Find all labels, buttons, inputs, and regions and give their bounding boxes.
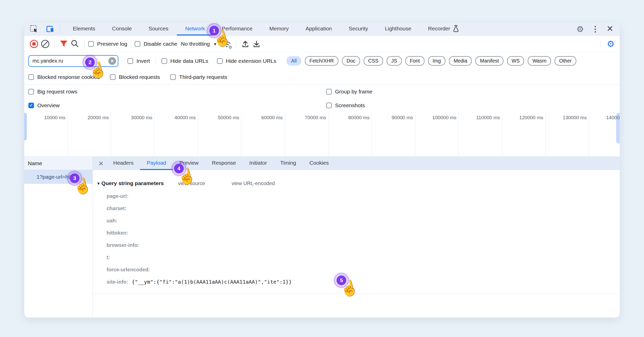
checkbox-box bbox=[128, 58, 133, 64]
disable-cache-checkbox[interactable]: Disable cache bbox=[135, 41, 177, 47]
detail-tab-payload[interactable]: Payload bbox=[140, 157, 173, 170]
import-har-icon[interactable] bbox=[240, 38, 251, 50]
preserve-log-checkbox[interactable]: Preserve log bbox=[88, 41, 127, 47]
pill-doc[interactable]: Doc bbox=[342, 56, 360, 66]
tab-memory[interactable]: Memory bbox=[261, 22, 297, 35]
param-row: browser-info: bbox=[93, 239, 620, 251]
param-name: force-urlencoded: bbox=[107, 267, 150, 273]
param-name: charset: bbox=[107, 206, 126, 211]
disable-cache-label: Disable cache bbox=[144, 41, 177, 47]
checkbox-box bbox=[28, 74, 34, 80]
param-value: {"__ym":{"fi":"a(1)b(AAA11aAA)c(AAA11aAA… bbox=[132, 279, 292, 285]
pill-manifest[interactable]: Manifest bbox=[475, 56, 503, 66]
throttling-select[interactable]: No throttling ▾ bbox=[181, 41, 216, 47]
detail-tab-cookies[interactable]: Cookies bbox=[303, 157, 336, 170]
record-network-log-icon[interactable] bbox=[28, 38, 40, 50]
pill-css[interactable]: CSS bbox=[364, 56, 383, 66]
checkbox-box bbox=[88, 41, 94, 47]
timeline-cell: 100000 ms bbox=[415, 112, 459, 157]
param-row: page-url: bbox=[93, 190, 620, 202]
blocked-requests-label: Blocked requests bbox=[119, 74, 160, 80]
timeline-cell: 30000 ms bbox=[111, 112, 155, 157]
pill-fetch-xhr[interactable]: Fetch/XHR bbox=[305, 56, 338, 66]
more-options-icon[interactable]: ⋮ bbox=[591, 25, 599, 33]
pill-js[interactable]: JS bbox=[387, 56, 402, 66]
hide-extension-urls-checkbox[interactable]: Hide extension URLs bbox=[217, 58, 276, 64]
tab-sources[interactable]: Sources bbox=[140, 22, 177, 35]
pill-wasm[interactable]: Wasm bbox=[528, 56, 551, 66]
view-url-encoded-link[interactable]: view URL-encoded bbox=[232, 180, 275, 186]
pill-font[interactable]: Font bbox=[405, 56, 424, 66]
tabbar-right-controls: ⚙ ⋮ × bbox=[570, 22, 620, 36]
hide-data-urls-checkbox[interactable]: Hide data URLs bbox=[162, 58, 208, 64]
timeline-cell: 70000 ms bbox=[285, 112, 328, 157]
pill-other[interactable]: Other bbox=[555, 56, 576, 66]
pill-ws[interactable]: WS bbox=[507, 56, 524, 66]
tab-recorder[interactable]: Recorder bbox=[420, 22, 468, 35]
toolbar-right: ⚙ bbox=[596, 40, 615, 48]
pill-all[interactable]: All bbox=[286, 56, 301, 66]
param-list: page-url: charset: uah: hittoken: browse… bbox=[93, 190, 620, 288]
timeline-cell: 120000 ms bbox=[502, 112, 546, 157]
blocked-response-cookies-checkbox[interactable]: Blocked response cookies bbox=[28, 74, 100, 80]
tab-lighthouse[interactable]: Lighthouse bbox=[376, 22, 420, 35]
param-name: uah: bbox=[107, 218, 117, 224]
triangle-down-icon[interactable]: ▼ bbox=[97, 181, 100, 186]
tab-console[interactable]: Console bbox=[104, 22, 140, 35]
overview-scroll-handle-left[interactable] bbox=[24, 113, 27, 140]
timeline-cell: 110000 ms bbox=[459, 112, 502, 157]
tab-application[interactable]: Application bbox=[297, 22, 340, 35]
panel-tabs: Elements Console Sources Network Perform… bbox=[64, 22, 468, 35]
blocked-requests-checkbox[interactable]: Blocked requests bbox=[110, 74, 160, 80]
invert-label: Invert bbox=[136, 58, 150, 64]
network-toolbar: Preserve log Disable cache No throttling… bbox=[24, 36, 620, 52]
device-toolbar-icon[interactable] bbox=[45, 23, 56, 35]
param-row: force-urlencoded: bbox=[93, 263, 620, 276]
hide-data-urls-label: Hide data URLs bbox=[170, 58, 208, 64]
clear-network-log-icon[interactable] bbox=[40, 38, 51, 50]
flask-icon bbox=[453, 25, 459, 32]
timeline-cell: 140000 ms bbox=[589, 112, 620, 157]
query-string-parameters-title[interactable]: Query string parameters bbox=[101, 180, 164, 186]
param-name: site-info: bbox=[107, 279, 128, 285]
timeline-cell: 80000 ms bbox=[328, 112, 372, 157]
detail-tab-headers[interactable]: Headers bbox=[107, 157, 140, 170]
inspect-element-icon[interactable] bbox=[28, 23, 40, 35]
big-request-rows-label: Big request rows bbox=[37, 89, 77, 95]
close-detail-icon[interactable]: × bbox=[95, 158, 107, 169]
group-by-frame-checkbox[interactable]: Group by frame bbox=[326, 89, 372, 95]
network-settings-gear-icon[interactable]: ⚙ bbox=[607, 40, 615, 48]
detail-tab-timing[interactable]: Timing bbox=[273, 157, 303, 170]
timeline-cell: 90000 ms bbox=[372, 112, 415, 157]
invert-checkbox[interactable]: Invert bbox=[128, 58, 150, 64]
name-column-header[interactable]: Name bbox=[24, 157, 93, 170]
clear-filter-icon[interactable]: × bbox=[108, 57, 116, 65]
requests-and-detail: Name 1?page-url=htt… × Headers Payload P… bbox=[24, 157, 620, 318]
group-by-frame-label: Group by frame bbox=[335, 89, 372, 95]
preserve-log-label: Preserve log bbox=[97, 41, 127, 47]
close-devtools-icon[interactable]: × bbox=[607, 23, 613, 34]
devtools-window: Elements Console Sources Network Perform… bbox=[24, 22, 620, 318]
checkbox-box bbox=[326, 103, 332, 108]
toolbar-divider bbox=[54, 40, 55, 48]
settings-gear-icon[interactable]: ⚙ bbox=[577, 25, 584, 33]
tab-security[interactable]: Security bbox=[340, 22, 376, 35]
throttling-value: No throttling bbox=[181, 41, 210, 47]
detail-tab-initiator[interactable]: Initiator bbox=[243, 157, 274, 170]
pill-media[interactable]: Media bbox=[449, 56, 472, 66]
tab-elements[interactable]: Elements bbox=[64, 22, 104, 35]
overview-checkbox[interactable]: ✓ Overview bbox=[28, 102, 60, 109]
filter-funnel-icon[interactable] bbox=[58, 38, 70, 50]
overview-scroll-handle-right[interactable] bbox=[616, 113, 620, 143]
third-party-requests-checkbox[interactable]: Third-party requests bbox=[170, 74, 227, 80]
timeline-cell: 60000 ms bbox=[241, 112, 285, 157]
detail-tab-response[interactable]: Response bbox=[205, 157, 243, 170]
big-request-rows-checkbox[interactable]: Big request rows bbox=[28, 89, 77, 95]
tabbar-divider bbox=[60, 25, 60, 33]
pill-img[interactable]: Img bbox=[428, 56, 446, 66]
search-icon[interactable] bbox=[70, 38, 81, 50]
toolbar-divider bbox=[84, 40, 85, 48]
timeline-cell: 10000 ms bbox=[24, 112, 68, 157]
screenshots-checkbox[interactable]: Screenshots bbox=[326, 102, 365, 109]
export-har-icon[interactable] bbox=[251, 38, 262, 50]
